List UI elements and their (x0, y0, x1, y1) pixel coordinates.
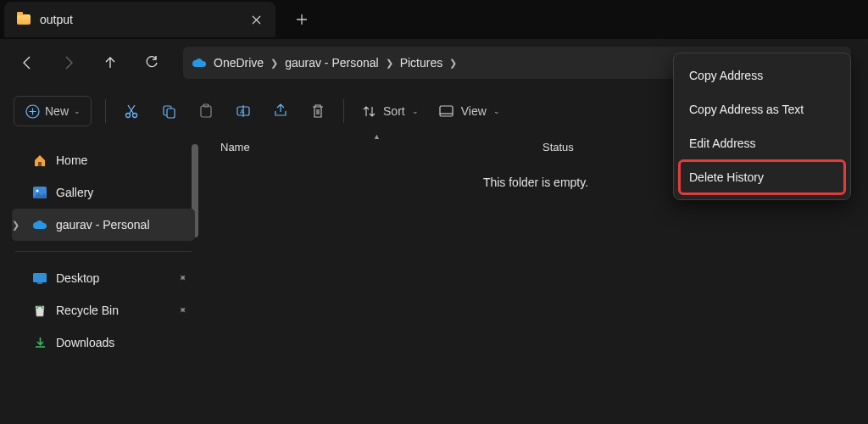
sidebar: Home Gallery ❯ gaurav - Personal Desktop… (0, 136, 203, 424)
ctx-delete-history[interactable]: Delete History (679, 160, 845, 194)
view-label: View (461, 104, 487, 118)
column-header-name[interactable]: Name (220, 141, 542, 153)
paste-button[interactable] (187, 96, 225, 126)
sidebar-item-personal[interactable]: ❯ gaurav - Personal (12, 209, 195, 241)
sort-indicator-icon: ▲ (373, 132, 381, 141)
separator (15, 251, 192, 252)
tab-bar: output (0, 0, 868, 39)
breadcrumb-item[interactable]: OneDrive (214, 56, 264, 70)
close-icon[interactable] (248, 12, 264, 27)
gallery-icon (32, 185, 47, 200)
delete-button[interactable] (299, 96, 337, 126)
refresh-button[interactable] (133, 46, 170, 80)
plus-circle-icon (25, 103, 40, 119)
back-button[interactable] (8, 46, 46, 80)
sort-button[interactable]: Sort ⌄ (351, 96, 429, 126)
sidebar-item-label: Recycle Bin (56, 304, 119, 317)
chevron-down-icon: ⌄ (74, 107, 81, 115)
folder-icon (16, 12, 31, 27)
sidebar-item-desktop[interactable]: Desktop ✦ (12, 262, 195, 294)
sidebar-item-home[interactable]: Home (12, 144, 195, 176)
chevron-right-icon[interactable]: ❯ (270, 58, 278, 69)
sidebar-item-label: Gallery (56, 186, 93, 199)
ctx-edit-address[interactable]: Edit Address (679, 126, 845, 160)
share-button[interactable] (262, 96, 299, 126)
svg-rect-5 (201, 106, 211, 117)
breadcrumb-item[interactable]: gaurav - Personal (285, 56, 379, 70)
new-label: New (45, 104, 69, 118)
breadcrumb-item[interactable]: Pictures (400, 56, 443, 70)
new-tab-button[interactable] (287, 5, 316, 34)
chevron-right-icon[interactable]: ❯ (449, 58, 457, 69)
svg-point-1 (126, 114, 131, 118)
separator (105, 99, 106, 123)
sidebar-item-gallery[interactable]: Gallery (12, 176, 195, 209)
sidebar-item-downloads[interactable]: Downloads (12, 326, 195, 359)
svg-rect-4 (167, 109, 175, 118)
ctx-copy-address[interactable]: Copy Address (679, 59, 845, 92)
sidebar-item-label: gaurav - Personal (56, 218, 150, 232)
cut-button[interactable] (113, 96, 150, 126)
chevron-right-icon: ❯ (12, 220, 19, 231)
recycle-bin-icon (32, 303, 47, 318)
svg-text:A: A (240, 108, 245, 115)
svg-point-2 (133, 114, 137, 118)
chevron-down-icon: ⌄ (493, 107, 500, 115)
svg-rect-9 (440, 106, 453, 116)
sort-label: Sort (383, 104, 405, 118)
ctx-copy-address-text[interactable]: Copy Address as Text (679, 92, 845, 126)
forward-button[interactable] (50, 46, 87, 80)
view-icon (439, 103, 454, 119)
chevron-right-icon[interactable]: ❯ (386, 58, 393, 69)
tab-active[interactable]: output (4, 2, 275, 37)
svg-rect-14 (37, 282, 42, 284)
svg-point-12 (36, 190, 39, 192)
svg-rect-13 (33, 273, 47, 282)
pin-icon: ✦ (175, 271, 190, 286)
home-icon (32, 153, 47, 168)
sidebar-item-label: Desktop (56, 271, 99, 285)
rename-button[interactable]: A (225, 96, 262, 126)
view-button[interactable]: View ⌄ (429, 96, 510, 126)
sort-icon (361, 103, 376, 119)
downloads-icon (32, 335, 47, 350)
copy-button[interactable] (150, 96, 187, 126)
context-menu: Copy Address Copy Address as Text Edit A… (673, 53, 851, 200)
sidebar-item-label: Home (56, 153, 87, 167)
sidebar-item-label: Downloads (56, 336, 114, 349)
tab-title: output (40, 13, 73, 26)
up-button[interactable] (92, 46, 129, 80)
new-button[interactable]: New ⌄ (14, 96, 92, 126)
onedrive-cloud-icon (32, 217, 47, 232)
chevron-down-icon: ⌄ (412, 107, 419, 115)
desktop-icon (32, 271, 47, 286)
sidebar-item-recycle[interactable]: Recycle Bin ✦ (12, 294, 195, 326)
pin-icon: ✦ (175, 304, 190, 318)
separator (343, 99, 344, 123)
onedrive-cloud-icon (192, 55, 207, 70)
svg-rect-10 (38, 162, 42, 166)
